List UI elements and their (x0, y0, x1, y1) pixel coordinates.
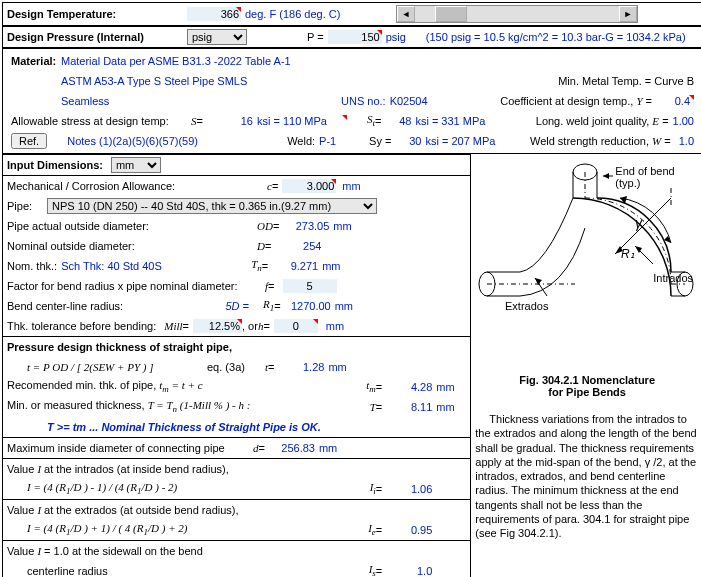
sy-label: Sy = (369, 135, 391, 147)
long-weld-label: Long. weld joint quality, E = (536, 115, 669, 127)
ii-value: 1.06 (382, 483, 436, 495)
wsr-label: Weld strength reduction, W = (530, 135, 671, 147)
big-t-unit: mm (436, 401, 466, 413)
design-temperature-row: Design Temperature: deg. F (186 deg. C) … (2, 2, 701, 26)
extrados-fig-label: Extrados (505, 300, 549, 312)
rec-min-label: Recomended min. thk. of pipe, tm = t + c (7, 379, 203, 394)
allow-stress-label: Allowable stress at design temp: (11, 115, 191, 127)
temperature-scrollbar[interactable]: ◄ ► (396, 5, 638, 23)
design-pressure-row: Design Pressure (Internal) psig P = psig… (2, 26, 701, 48)
tn-value: 9.271 (268, 260, 322, 272)
dims-unit-select[interactable]: mm (111, 157, 161, 173)
t-unit: mm (328, 361, 346, 373)
scroll-right-icon[interactable]: ► (619, 6, 637, 22)
meas-label: Min. or measured thickness, T = Tn (1-Mi… (7, 399, 250, 414)
wsr-value: 1.0 (679, 135, 694, 147)
s-unit: ksi = 110 MPa (257, 115, 347, 127)
left-column: Input Dimensions: mm Mechanical / Corros… (2, 154, 471, 577)
coeff-value: 0.4 (660, 95, 694, 107)
max-id-label: Maximum inside diameter of connecting pi… (7, 442, 253, 454)
c-input[interactable] (282, 179, 336, 193)
factor-label: Factor for bend radius x pipe nominal di… (7, 280, 265, 292)
d-value: 256.83 (265, 442, 319, 454)
press-design-header: Pressure design thickness of straight pi… (7, 341, 232, 353)
scroll-thumb[interactable] (435, 6, 467, 22)
h-unit: mm (326, 320, 344, 332)
tn-unit: mm (322, 260, 340, 272)
st-value: 48 (381, 115, 415, 127)
coeff-label: Coefficient at design temp., Y = (500, 95, 652, 107)
extrados-label: Value I at the extrados (at outside bend… (7, 504, 239, 516)
design-temp-unit: deg. F (186 deg. C) (245, 8, 340, 20)
pipe-select[interactable]: NPS 10 (DN 250) -- 40 Std 40S, thk = 0.3… (47, 198, 377, 214)
tm-value: 4.28 (382, 381, 436, 393)
svg-marker-5 (603, 173, 609, 179)
scroll-left-icon[interactable]: ◄ (397, 6, 415, 22)
material-block: Material: Material Data per ASME B31.3 -… (2, 48, 701, 154)
min-metal-temp: Min. Metal Temp. = Curve B (558, 75, 694, 87)
pressure-input[interactable] (328, 30, 382, 44)
intrados-fig-label: Intrados (653, 272, 701, 284)
fig-desc: Thickness variations from the intrados t… (475, 412, 699, 541)
r1-unit: mm (335, 300, 353, 312)
mech-allow-label: Mechanical / Corrosion Allowance: (7, 180, 267, 192)
r1-symbol: R1 (263, 298, 274, 313)
svg-line-17 (615, 198, 671, 254)
t-value: 1.28 (274, 361, 328, 373)
design-temp-label: Design Temperature: (7, 8, 187, 20)
is-symbol: Is (369, 563, 376, 577)
is-value: 1.0 (382, 565, 436, 577)
material-seamless: Seamless (61, 95, 341, 107)
uns-value: K02504 (390, 95, 428, 107)
bend-radius-label: Bend center-line radius: (7, 300, 197, 312)
material-label: Material: (11, 55, 61, 67)
tn-symbol: Tn (251, 258, 262, 273)
c-unit: mm (342, 180, 360, 192)
intrados-label: Value I at the intrados (at inside bend … (7, 463, 229, 475)
intrados-formula: I = (4 (R1/D ) - 1) / (4 (R1/D ) - 2) (27, 481, 177, 496)
mill-label: Mill (164, 320, 182, 332)
st-symbol: St (367, 113, 375, 128)
design-temp-input[interactable] (187, 7, 241, 21)
f-input[interactable] (283, 279, 337, 293)
weld-value: P-1 (319, 135, 369, 147)
notes-text: Notes (1)(2a)(5)(6)(57)(59) (67, 135, 287, 147)
material-spec: ASTM A53-A Type S Steel Pipe SMLS (61, 75, 247, 87)
pressure-unit-select[interactable]: psig (187, 29, 247, 45)
input-dims-label: Input Dimensions: (7, 159, 103, 171)
od-unit: mm (333, 220, 351, 232)
fig-caption2: for Pipe Bends (475, 386, 699, 398)
nom-thk-label: Nom. thk.: (7, 260, 57, 272)
sy-unit: ksi = 207 MPa (425, 135, 495, 147)
orh-label: , or (242, 320, 258, 332)
right-column: γ R₁ Extrados End of bend (typ.) Intrado… (471, 154, 701, 577)
d-unit: mm (319, 442, 337, 454)
ref-button[interactable]: Ref. (11, 133, 47, 149)
od-value: 273.05 (279, 220, 333, 232)
s-value: 16 (203, 115, 257, 127)
ie-symbol: Ie (368, 522, 376, 537)
p-unit: psig (386, 31, 406, 43)
tm-symbol: tm (366, 379, 376, 394)
p-label: P = (307, 31, 324, 43)
h-input[interactable] (274, 319, 318, 333)
material-desc: Material Data per ASME B31.3 -2022 Table… (61, 55, 291, 67)
nom-od-symbol: D (257, 240, 265, 252)
press-formula: t = P OD / [ 2(SEW + PY ) ] (27, 361, 207, 373)
mill-input[interactable] (193, 319, 242, 333)
thk-tol-label: Thk. tolerance before bending: (7, 320, 156, 332)
p-conversion: (150 psig = 10.5 kg/cm^2 = 10.3 bar-G = … (426, 31, 686, 43)
eq-ref: eq. (3a) (207, 361, 245, 373)
tm-unit: mm (436, 381, 466, 393)
nom-od-value: 254 (271, 240, 325, 252)
design-press-label: Design Pressure (Internal) (7, 31, 187, 43)
big-t-value: 8.11 (382, 401, 436, 413)
nom-thk-link[interactable]: Sch Thk: 40 Std 40S (61, 260, 251, 272)
uns-label: UNS no.: (341, 95, 386, 107)
extrados-formula: I = (4 (R1/D ) + 1) / ( 4 (R1/D ) + 2) (27, 522, 188, 537)
r1-value: 1270.00 (281, 300, 335, 312)
long-weld-value: 1.00 (673, 115, 694, 127)
ie-value: 0.95 (382, 524, 436, 536)
pipe-label: Pipe: (7, 200, 47, 212)
sidewall-line2: centerline radius (27, 565, 108, 577)
